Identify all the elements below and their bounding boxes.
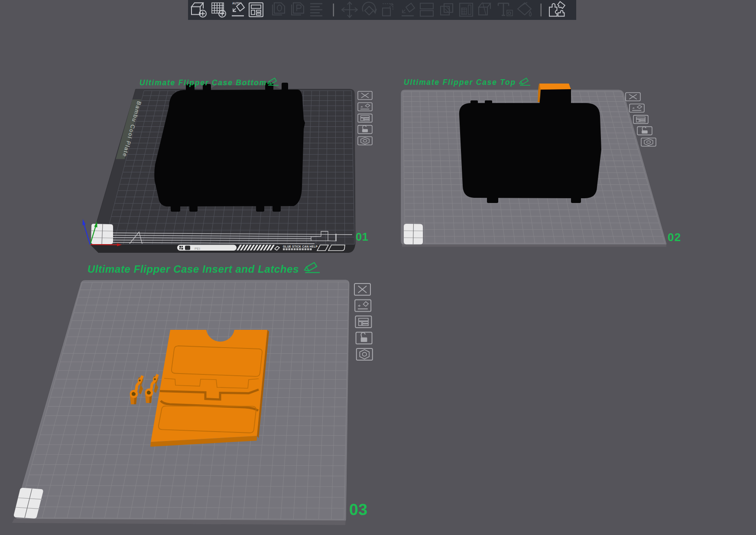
svg-text:03: 03 xyxy=(349,500,368,519)
svg-text:02: 02 xyxy=(668,231,681,244)
svg-text:Ultimate Flipper Case Top: Ultimate Flipper Case Top xyxy=(404,78,516,87)
svg-text:Ultimate Flipper Case Bottom: Ultimate Flipper Case Bottom xyxy=(140,78,267,87)
svg-text:Ultimate Flipper Case Insert a: Ultimate Flipper Case Insert and Latches xyxy=(88,263,299,275)
svg-text:GLUE STICK CAN HELP: GLUE STICK CAN HELP xyxy=(283,245,318,248)
svg-text:AUTO: AUTO xyxy=(232,2,240,5)
svg-text:PEI: PEI xyxy=(195,247,200,251)
svg-text:01: 01 xyxy=(356,231,368,243)
